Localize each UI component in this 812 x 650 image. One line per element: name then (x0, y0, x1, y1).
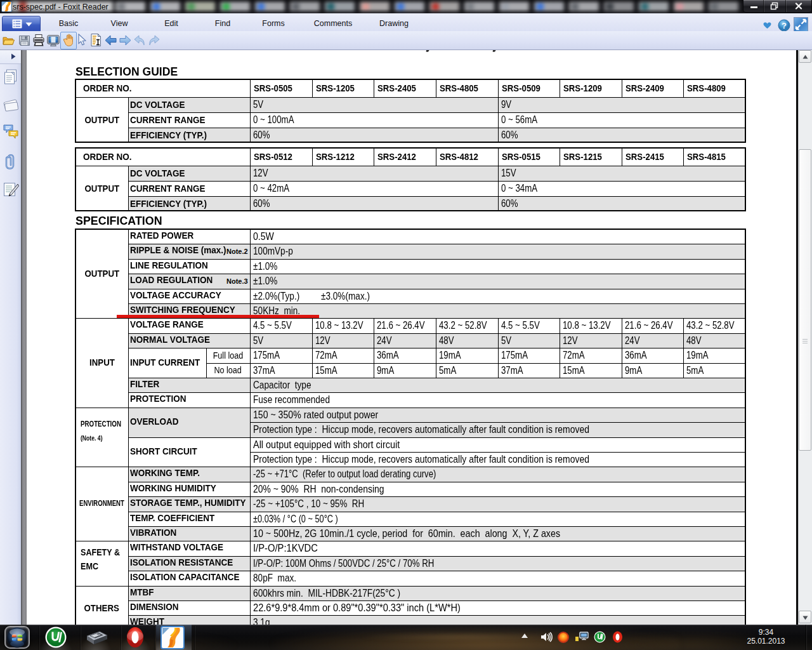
svg-text:?: ? (782, 21, 787, 30)
